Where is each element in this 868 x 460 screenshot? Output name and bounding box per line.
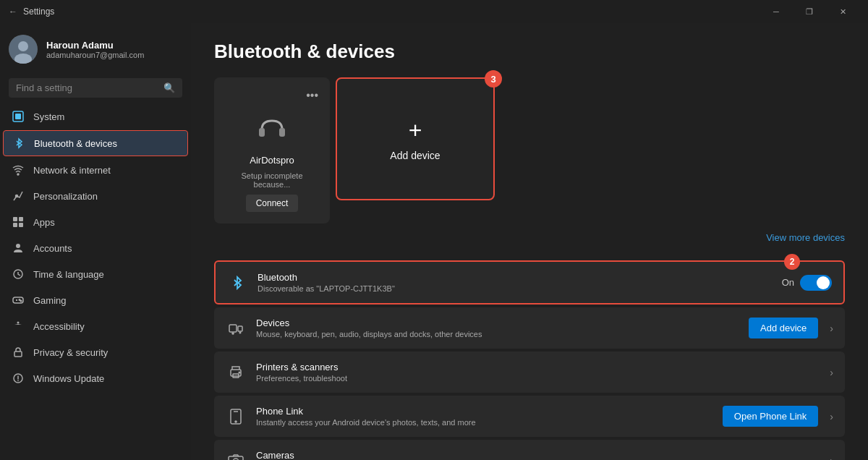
minimize-button[interactable]: ─ xyxy=(760,0,793,23)
svg-rect-9 xyxy=(13,223,17,227)
svg-rect-22 xyxy=(238,326,242,331)
accessibility-icon xyxy=(12,320,25,333)
user-info: Haroun Adamu adamuharoun7@gmail.com xyxy=(46,40,144,59)
bluetooth-desc: Discoverable as "LAPTOP-CJTT1K3B" xyxy=(258,284,772,293)
sidebar-item-gaming[interactable]: Gaming xyxy=(3,288,188,312)
bluetooth-toggle-label: On xyxy=(782,277,794,288)
app-body: Haroun Adamu adamuharoun7@gmail.com 🔍 Sy… xyxy=(0,23,868,460)
bluetooth-toggle[interactable] xyxy=(800,275,832,291)
accounts-icon xyxy=(12,242,25,255)
phone-link-row: Phone Link Instantly access your Android… xyxy=(214,396,845,437)
device-name: AirDotspro xyxy=(250,155,294,166)
view-more-devices[interactable]: View more devices xyxy=(214,226,845,249)
devices-row-icon xyxy=(226,318,246,338)
phone-link-desc: Instantly access your Android device's p… xyxy=(256,418,712,427)
devices-action: Add device › xyxy=(749,318,833,338)
sidebar-item-label-gaming: Gaming xyxy=(33,295,179,306)
personalization-icon xyxy=(12,189,25,203)
add-device-badge: 3 xyxy=(485,70,502,88)
cameras-chevron: › xyxy=(830,455,833,461)
sidebar-item-apps[interactable]: Apps xyxy=(3,210,188,234)
restore-button[interactable]: ❐ xyxy=(793,0,826,23)
cameras-icon xyxy=(226,451,246,461)
open-phone-link-button[interactable]: Open Phone Link xyxy=(723,406,818,427)
svg-rect-7 xyxy=(13,217,17,221)
sidebar-item-network[interactable]: Network & internet xyxy=(3,158,188,182)
user-name: Haroun Adamu xyxy=(46,40,144,51)
sidebar-item-label-system: System xyxy=(33,111,179,122)
svg-point-24 xyxy=(239,332,241,333)
svg-point-14 xyxy=(19,299,20,301)
sidebar-item-privacy[interactable]: Privacy & security xyxy=(3,340,188,365)
svg-rect-17 xyxy=(14,352,22,357)
search-input[interactable] xyxy=(16,82,158,93)
svg-point-1 xyxy=(18,41,28,51)
svg-point-5 xyxy=(17,174,19,175)
printers-chevron: › xyxy=(830,367,833,378)
add-device-card[interactable]: 3 + Add device xyxy=(336,77,495,200)
printers-row[interactable]: Printers & scanners Preferences, trouble… xyxy=(214,352,845,393)
svg-rect-8 xyxy=(19,217,23,221)
back-icon[interactable]: ← xyxy=(9,7,17,17)
devices-row: Devices Mouse, keyboard, pen, audio, dis… xyxy=(214,307,845,349)
sidebar-item-accounts[interactable]: Accounts xyxy=(3,236,188,260)
devices-chevron: › xyxy=(830,323,833,334)
airdotspro-card: ••• AirDotspro Setup incomplete because.… xyxy=(214,77,330,223)
devices-desc: Mouse, keyboard, pen, audio, displays an… xyxy=(256,330,739,338)
bluetooth-title: Bluetooth xyxy=(258,272,772,283)
windows-update-icon xyxy=(12,372,25,385)
devices-title: Devices xyxy=(256,318,739,328)
sidebar-item-personalization[interactable]: Personalization xyxy=(3,184,188,208)
sidebar-item-label-accessibility: Accessibility xyxy=(33,321,179,332)
sidebar-item-label-network: Network & internet xyxy=(33,165,179,176)
device-card-menu[interactable]: ••• xyxy=(226,89,318,102)
sidebar-item-label-bluetooth: Bluetooth & devices xyxy=(34,138,179,149)
devices-add-button[interactable]: Add device xyxy=(749,318,818,338)
titlebar: ← Settings ─ ❐ ✕ xyxy=(0,0,868,23)
add-device-label: Add device xyxy=(390,150,440,161)
sidebar-item-label-personalization: Personalization xyxy=(33,191,179,202)
titlebar-left: ← Settings xyxy=(9,7,54,17)
close-button[interactable]: ✕ xyxy=(826,0,859,23)
avatar xyxy=(9,35,38,64)
bluetooth-action: On xyxy=(782,275,832,291)
svg-rect-19 xyxy=(259,128,265,137)
sidebar-item-label-apps: Apps xyxy=(33,217,179,228)
phone-link-chevron: › xyxy=(830,411,833,422)
cameras-row[interactable]: Cameras Connected cameras, default, imag… xyxy=(214,440,845,460)
printers-title: Printers & scanners xyxy=(256,362,814,372)
sidebar: Haroun Adamu adamuharoun7@gmail.com 🔍 Sy… xyxy=(0,23,191,460)
devices-text: Devices Mouse, keyboard, pen, audio, dis… xyxy=(256,318,739,338)
sidebar-item-bluetooth[interactable]: Bluetooth & devices xyxy=(3,130,188,156)
svg-point-29 xyxy=(235,421,237,422)
sidebar-item-label-time: Time & language xyxy=(33,269,179,280)
sidebar-item-windows-update[interactable]: Windows Update xyxy=(3,366,188,391)
printers-text: Printers & scanners Preferences, trouble… xyxy=(256,362,814,383)
device-cards-row: ••• AirDotspro Setup incomplete because.… xyxy=(214,77,845,223)
phone-link-action: Open Phone Link › xyxy=(723,406,833,427)
printers-icon xyxy=(226,362,246,383)
sidebar-item-label-windows-update: Windows Update xyxy=(33,373,179,384)
gaming-icon xyxy=(12,294,25,307)
titlebar-title: Settings xyxy=(23,7,54,17)
svg-point-16 xyxy=(17,322,20,324)
phone-link-icon xyxy=(226,406,246,427)
svg-point-15 xyxy=(20,300,22,302)
search-icon: 🔍 xyxy=(163,82,175,93)
sidebar-item-time[interactable]: Time & language xyxy=(3,262,188,286)
system-icon xyxy=(12,110,25,123)
svg-point-6 xyxy=(16,195,18,197)
sidebar-item-accessibility[interactable]: Accessibility xyxy=(3,314,188,338)
connect-button[interactable]: Connect xyxy=(246,195,299,212)
printers-desc: Preferences, troubleshoot xyxy=(256,374,814,383)
cameras-text: Cameras Connected cameras, default, imag… xyxy=(256,450,814,460)
bluetooth-badge: 2 xyxy=(784,254,800,270)
headphones-icon xyxy=(256,111,288,149)
svg-rect-10 xyxy=(19,223,23,227)
sidebar-item-label-privacy: Privacy & security xyxy=(33,347,179,358)
sidebar-item-system[interactable]: System xyxy=(3,104,188,129)
device-status: Setup incomplete because... xyxy=(226,171,318,189)
search-box[interactable]: 🔍 xyxy=(9,78,182,98)
phone-link-text: Phone Link Instantly access your Android… xyxy=(256,406,712,427)
time-icon xyxy=(12,268,25,281)
